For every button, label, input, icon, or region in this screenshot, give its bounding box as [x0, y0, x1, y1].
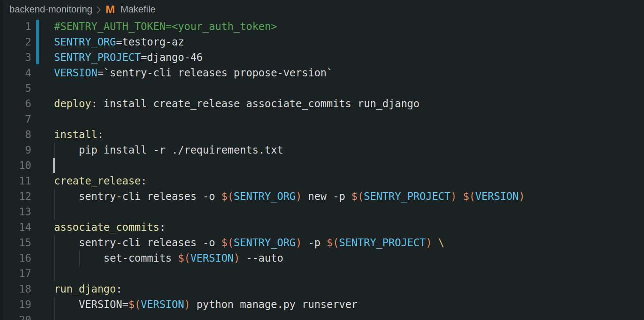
code-line-content: pip install -r ./requirements.txt — [54, 142, 644, 158]
code-line[interactable]: 5 — [0, 81, 644, 96]
breadcrumb-file-label: Makefile — [120, 4, 156, 15]
line-number[interactable]: 8 — [0, 127, 31, 142]
code-line-content — [54, 158, 644, 173]
code-line[interactable]: 3SENTRY_PROJECT=django-46 — [0, 50, 644, 65]
code-line[interactable]: 14associate_commits: — [0, 220, 644, 235]
indent-guide — [54, 142, 55, 158]
code-line[interactable]: 10 — [0, 158, 644, 173]
code-token: pip install -r ./requirements.txt — [79, 144, 283, 156]
code-token: ) — [296, 237, 302, 249]
code-line[interactable]: 17 — [0, 266, 644, 281]
breadcrumb-item-file[interactable]: M Makefile — [105, 3, 156, 16]
code-line[interactable]: 20 — [0, 312, 644, 320]
code-token: VERSION — [54, 67, 97, 79]
indent-guide — [54, 189, 55, 204]
code-token: SENTRY_PROJECT — [54, 51, 141, 63]
code-token: -p — [302, 237, 327, 249]
line-number[interactable]: 7 — [0, 112, 31, 127]
code-token: VERSION= — [79, 299, 129, 311]
line-number[interactable]: 5 — [0, 81, 31, 96]
code-token: : — [116, 283, 122, 295]
line-number[interactable]: 11 — [0, 173, 31, 189]
line-number[interactable]: 19 — [0, 297, 31, 312]
code-line[interactable]: 2SENTRY_ORG=testorg-az — [0, 34, 644, 50]
code-token: SENTRY_PROJECT — [364, 190, 451, 202]
breadcrumb-item-folder[interactable]: backend-monitoring — [9, 4, 92, 15]
code-line-content: #SENTRY_AUTH_TOKEN=<your_auth_token> — [54, 19, 644, 34]
code-token: : — [159, 221, 166, 233]
code-token: ) — [184, 299, 190, 311]
line-number[interactable]: 14 — [0, 220, 31, 235]
code-line[interactable]: 8install: — [0, 127, 644, 142]
code-line[interactable]: 9pip install -r ./requirements.txt — [0, 142, 644, 158]
code-token: SENTRY_ORG — [234, 237, 296, 249]
code-line-content: sentry-cli releases -o $(SENTRY_ORG) new… — [54, 189, 644, 204]
indent-guide — [54, 266, 55, 281]
line-number[interactable]: 3 — [0, 50, 31, 65]
code-token: create_release — [54, 175, 141, 187]
code-line-content: SENTRY_PROJECT=django-46 — [54, 50, 644, 65]
line-number[interactable]: 1 — [0, 19, 31, 34]
code-line[interactable]: 4VERSION=`sentry-cli releases propose-ve… — [0, 65, 644, 81]
code-line-content: VERSION=$(VERSION) python manage.py runs… — [54, 297, 644, 312]
line-number[interactable]: 20 — [0, 312, 31, 320]
code-line[interactable]: 7 — [0, 112, 644, 127]
line-number[interactable]: 13 — [0, 204, 31, 220]
code-token: SENTRY_PROJECT — [339, 237, 426, 249]
code-line[interactable]: 19VERSION=$(VERSION) python manage.py ru… — [0, 297, 644, 312]
code-line[interactable]: 6deploy: install create_release associat… — [0, 96, 644, 112]
code-line[interactable]: 13 — [0, 204, 644, 220]
code-line-content — [54, 266, 644, 281]
code-token: VERSION — [475, 190, 519, 202]
line-number[interactable]: 12 — [0, 189, 31, 204]
code-line-content: deploy: install create_release associate… — [54, 96, 644, 112]
code-token: : — [141, 175, 147, 187]
code-token: $( — [178, 252, 190, 264]
code-token: run_django — [54, 283, 116, 295]
code-token: ) — [451, 190, 457, 202]
code-token: set-commits — [104, 252, 178, 264]
line-number[interactable]: 16 — [0, 251, 31, 266]
code-token: SENTRY_ORG — [234, 190, 296, 202]
code-token: #SENTRY_AUTH_TOKEN=<your_auth_token> — [54, 21, 277, 33]
indent-guide — [54, 251, 55, 266]
code-line-content: run_django: — [54, 281, 644, 297]
line-number[interactable]: 15 — [0, 235, 31, 251]
code-token: \ — [438, 237, 444, 249]
makefile-icon: M — [105, 3, 115, 16]
line-number[interactable]: 18 — [0, 281, 31, 297]
indent-guide — [54, 312, 55, 320]
line-number[interactable]: 9 — [0, 142, 31, 158]
code-token: ) — [296, 190, 302, 202]
code-token: : install create_release associate_commi… — [91, 98, 420, 110]
code-line[interactable]: 15sentry-cli releases -o $(SENTRY_ORG) -… — [0, 235, 644, 251]
code-token — [457, 190, 463, 202]
chevron-right-icon — [96, 6, 101, 14]
indent-guide — [54, 235, 55, 251]
modified-lines-gutter-indicator — [36, 20, 39, 64]
code-token: ) — [234, 252, 240, 264]
code-token: =django-46 — [141, 51, 203, 63]
indent-guide — [54, 204, 55, 220]
code-line-content: SENTRY_ORG=testorg-az — [54, 34, 644, 50]
line-number[interactable]: 6 — [0, 96, 31, 112]
code-line[interactable]: 16set-commits $(VERSION) --auto — [0, 251, 644, 266]
code-line[interactable]: 1#SENTRY_AUTH_TOKEN=<your_auth_token> — [0, 19, 644, 34]
code-line[interactable]: 18run_django: — [0, 281, 644, 297]
code-line[interactable]: 11create_release: — [0, 173, 644, 189]
code-token: $( — [352, 190, 364, 202]
code-token: =testorg-az — [116, 36, 184, 48]
code-line[interactable]: 12sentry-cli releases -o $(SENTRY_ORG) n… — [0, 189, 644, 204]
line-number[interactable]: 4 — [0, 65, 31, 81]
editor[interactable]: 1#SENTRY_AUTH_TOKEN=<your_auth_token>2SE… — [0, 19, 644, 320]
code-token: associate_commits — [54, 221, 159, 233]
line-number[interactable]: 10 — [0, 158, 31, 173]
line-number[interactable]: 2 — [0, 34, 31, 50]
code-line-content: create_release: — [54, 173, 644, 189]
code-line-content: set-commits $(VERSION) --auto — [54, 251, 644, 266]
code-token: : — [97, 129, 103, 141]
code-line-content — [54, 204, 644, 220]
code-token: $( — [463, 190, 475, 202]
line-number[interactable]: 17 — [0, 266, 31, 281]
code-token: install — [54, 129, 97, 141]
